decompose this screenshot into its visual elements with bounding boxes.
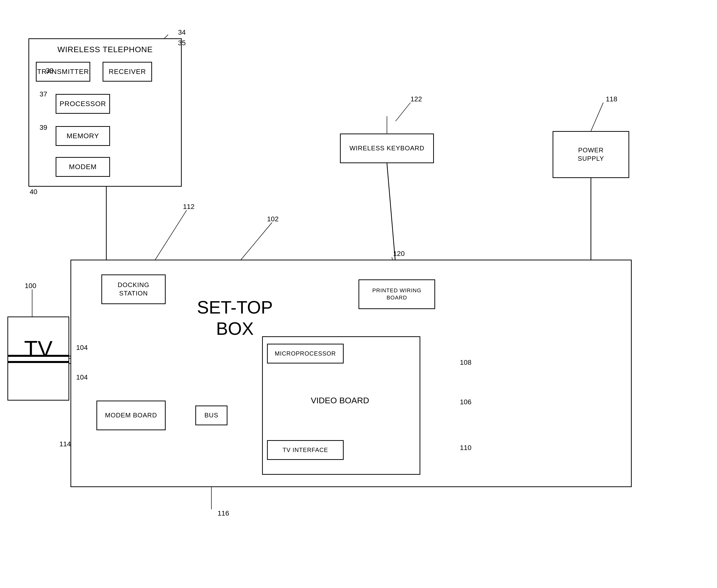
processor-label: PROCESSOR xyxy=(60,99,106,108)
bus-label: BUS xyxy=(205,411,218,420)
pwb-label: PRINTED WIRING BOARD xyxy=(372,287,422,301)
stb-label: SET-TOP BOX xyxy=(197,297,273,338)
tv-text: TV xyxy=(24,337,52,361)
ref-108: 108 xyxy=(460,359,471,366)
ref-114: 114 xyxy=(59,440,71,448)
ref-102: 102 xyxy=(267,215,279,223)
docking-station-box: DOCKING STATION xyxy=(101,274,166,304)
processor-box: PROCESSOR xyxy=(56,94,110,114)
modem-label: MODEM xyxy=(69,163,97,171)
receiver-label: RECEIVER xyxy=(108,67,146,76)
power-supply-label: POWER SUPPLY xyxy=(578,146,604,163)
ref-100: 100 xyxy=(25,282,36,290)
ref-120: 120 xyxy=(393,250,405,258)
ref-104b: 104 xyxy=(76,373,88,381)
vb-label: VIDEO BOARD xyxy=(311,396,369,405)
ref-35: 35 xyxy=(178,39,186,47)
ref-122: 122 xyxy=(410,95,422,103)
tv-label: TV xyxy=(7,336,69,362)
ref-110: 110 xyxy=(460,444,471,452)
docking-station-label: DOCKING STATION xyxy=(118,281,149,298)
ref-37: 37 xyxy=(40,90,47,98)
tv-screen-bottom xyxy=(7,361,69,363)
stb-title-label: SET-TOP BOX xyxy=(186,297,284,339)
pwb-box: PRINTED WIRING BOARD xyxy=(358,279,435,309)
diagram: WIRELESS TELEPHONE TRANSMITTER RECEIVER … xyxy=(0,0,717,588)
ref-106: 106 xyxy=(460,398,471,406)
modem-board-box: MODEM BOARD xyxy=(97,401,166,430)
tv-screen-top xyxy=(7,355,69,357)
memory-label: MEMORY xyxy=(66,131,99,141)
video-board-label: VIDEO BOARD xyxy=(263,396,417,405)
ref-104a: 104 xyxy=(76,344,88,352)
modem-box: MODEM xyxy=(56,157,110,177)
svg-line-23 xyxy=(241,223,272,260)
ref-112: 112 xyxy=(183,203,195,211)
svg-line-22 xyxy=(396,103,410,121)
ref-40: 40 xyxy=(30,188,37,196)
microprocessor-label: MICROPROCESSOR xyxy=(275,350,336,357)
power-supply-box: POWER SUPPLY xyxy=(553,131,629,178)
tv-interface-label: TV INTERFACE xyxy=(282,446,328,454)
tv-interface-box: TV INTERFACE xyxy=(267,440,344,460)
ref-34: 34 xyxy=(178,28,186,36)
memory-box: MEMORY xyxy=(56,126,110,146)
ref-39: 39 xyxy=(40,124,47,131)
microprocessor-box: MICROPROCESSOR xyxy=(267,344,344,363)
svg-line-25 xyxy=(591,103,603,131)
transmitter-box: TRANSMITTER xyxy=(36,62,90,82)
wireless-keyboard-label: WIRELESS KEYBOARD xyxy=(349,144,424,152)
transmitter-label: TRANSMITTER xyxy=(37,67,89,76)
wireless-keyboard-box: WIRELESS KEYBOARD xyxy=(340,133,434,163)
ref-118: 118 xyxy=(606,95,617,103)
receiver-box: RECEIVER xyxy=(103,62,152,82)
ref-116: 116 xyxy=(217,509,229,517)
wireless-telephone-title: WIRELESS TELEPHONE xyxy=(57,44,153,55)
ref-38: 38 xyxy=(46,67,54,75)
bus-box: BUS xyxy=(195,405,228,425)
modem-board-label: MODEM BOARD xyxy=(105,411,157,420)
